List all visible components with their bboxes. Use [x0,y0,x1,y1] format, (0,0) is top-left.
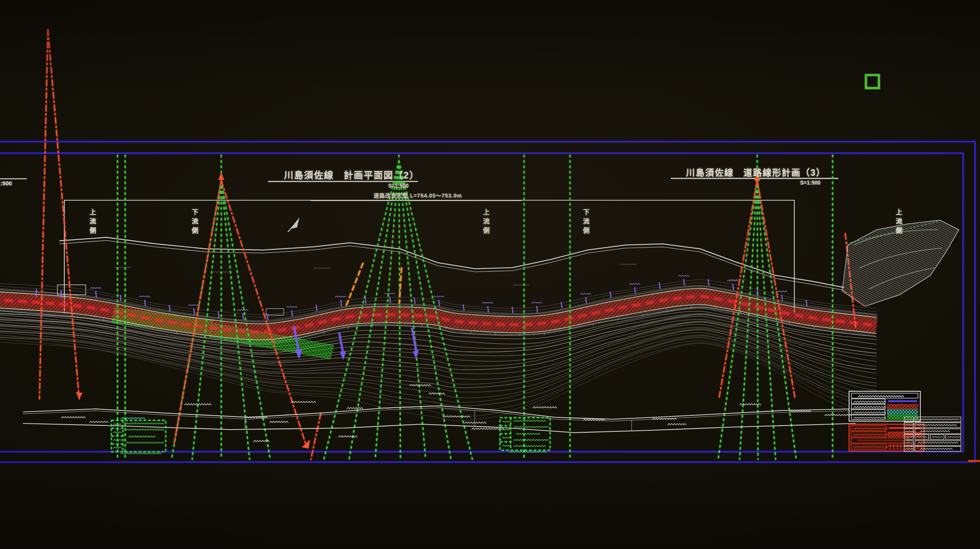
lower-road-lines [23,406,856,433]
existing-bank-line [59,237,844,290]
improvement-note: 道路改良区間 L=754.05～753.0m [374,191,462,199]
station-tick [390,297,390,303]
illegible-text [580,293,591,294]
illegible-text [668,423,686,425]
illegible-text [472,428,504,430]
illegible-text [629,283,640,284]
station-tick [782,295,782,301]
station-tick [757,289,758,296]
sheet3-scale: S=1:500 [800,180,820,186]
illegible-text [286,306,297,307]
illegible-text [347,407,363,409]
illegible-text [270,421,288,423]
lower-line [23,408,854,421]
station-tick [806,300,807,306]
north-arrow-tail [288,227,292,232]
illegible-text [338,436,357,437]
station-tick [586,297,586,304]
station-tick [267,314,268,320]
illegible-text [620,264,636,265]
illegible-text [920,448,952,449]
illegible-text [730,279,746,280]
illegible-text [465,422,486,423]
connectors [245,410,632,431]
cad-canvas [0,0,980,549]
illegible-text [237,309,248,310]
illegible-text [129,436,155,438]
station-tick [218,311,219,318]
station-tick [365,297,366,304]
illegible-text [502,445,510,447]
bank-line [59,237,844,288]
station-tick [194,309,194,315]
station-tick [708,279,709,286]
illegible-text [533,407,557,408]
illegible-text [335,296,346,297]
illegible-text [514,426,549,428]
illegible-text [516,433,540,435]
illegible-text [188,305,199,306]
illegible-text [384,293,395,294]
legend-swatch-cyan [887,410,918,414]
legend-swatch-red [887,404,918,409]
illegible-text [121,453,161,454]
station-tick [120,295,121,301]
illegible-text [139,296,150,297]
illegible-text [126,423,164,425]
edge-sheet-scale: S=1:500 [0,180,12,186]
side-label-downstream-2: 下流側 [581,209,590,236]
title-block-cell [915,417,961,422]
arrowhead [76,392,83,399]
illegible-text [916,419,959,420]
station-tick [537,306,537,312]
station-tick [316,305,317,311]
illegible-text [920,431,950,432]
station-tick [341,300,341,306]
station-tick [635,287,635,294]
station-tick [610,291,611,298]
station-tick [684,279,684,286]
station-tick [145,300,145,306]
illegible-text [513,284,529,286]
station-tick [414,297,415,304]
station-tick [488,306,488,312]
illegible-text [433,296,444,297]
station-tick [243,313,243,320]
illegible-text [740,404,761,405]
station-tick [733,284,733,290]
illegible-text [678,275,689,276]
illegible-text [90,421,108,423]
illegible-text [90,288,101,289]
illegible-text [502,437,510,439]
station-tick [659,282,660,289]
illegible-text [482,302,493,303]
illegible-text [531,302,542,303]
station-tick [292,310,292,317]
monitor-photo: 川島須佐線 計画平面図（2） S=1:500 川島須佐線 道路線形計画（3） S… [0,0,980,549]
illegible-text [514,446,546,447]
illegible-text [410,384,431,386]
illegible-text [126,442,164,444]
illegible-text [514,440,549,441]
side-label-upstream-1: 上流側 [87,209,97,236]
illegible-text [825,414,851,416]
illegible-text [214,271,230,273]
arrowhead [302,440,310,449]
lower-line [23,423,856,433]
sheet2-title: 川島須佐線 計画平面図（2） [284,168,419,181]
illegible-text [429,393,445,394]
side-label-upstream-2: 上流側 [481,209,490,236]
station-tick [439,300,439,306]
sheet3-title: 川島須佐線 道路線形計画（3） [686,165,826,178]
selection-pickbox[interactable] [866,75,879,88]
illegible-text [932,436,942,438]
illegible-text [314,268,330,269]
illegible-text [126,429,164,431]
illegible-text [947,436,960,438]
side-label-upstream-3: 上流側 [893,209,903,236]
illegible-texts [61,264,960,454]
illegible-text [61,417,85,418]
station-tick [463,304,464,311]
station-tick [561,302,562,308]
side-label-downstream-1: 下流側 [189,209,199,236]
